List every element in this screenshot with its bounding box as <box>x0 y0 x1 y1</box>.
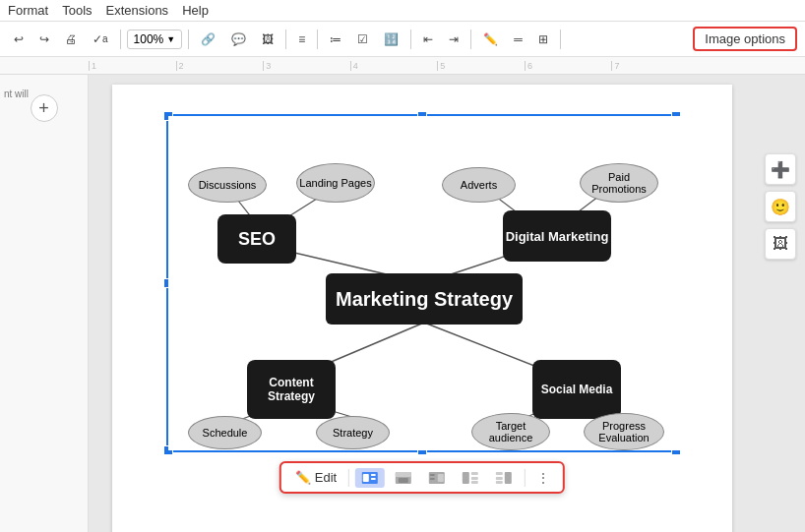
svg-rect-28 <box>496 472 503 475</box>
main-area: + nt will <box>0 75 805 532</box>
doc-page: Marketing Strategy SEO Digital Marketing… <box>112 85 732 532</box>
menu-tools[interactable]: Tools <box>62 3 92 18</box>
more-options-button[interactable]: ⋮ <box>531 468 555 488</box>
node-digital-marketing: Digital Marketing <box>503 210 611 262</box>
node-seo: SEO <box>217 214 296 264</box>
edit-label: Edit <box>315 470 337 485</box>
node-discussions: Discussions <box>188 167 267 203</box>
wrap-left-icon <box>462 471 479 485</box>
print-button[interactable]: 🖨 <box>59 30 83 49</box>
indent-inc-button[interactable]: ⇥ <box>443 30 464 49</box>
sep4 <box>317 30 318 49</box>
edit-button[interactable]: ✏️ Edit <box>289 467 342 488</box>
check-list-button[interactable]: ☑ <box>351 30 374 49</box>
svg-rect-13 <box>363 474 369 482</box>
toolbar: ↩ ↪ 🖨 ✓a 100% ▼ 🔗 💬 🖼 ≡ ≔ ☑ 🔢 ⇤ ⇥ ✏️ ═ ⊞… <box>0 22 805 57</box>
spellcheck-button[interactable]: ✓a <box>87 30 114 49</box>
add-page-button[interactable]: + <box>31 94 58 122</box>
sep6 <box>470 30 471 49</box>
link-button[interactable]: 🔗 <box>195 30 221 49</box>
sep5 <box>410 30 411 49</box>
draw-button[interactable]: ✏️ <box>477 30 504 49</box>
float-face-button[interactable]: 🙂 <box>765 191 796 222</box>
zoom-chevron: ▼ <box>166 34 175 44</box>
node-paid-promotions: Paid Promotions <box>580 163 658 203</box>
image-button[interactable]: 🖼 <box>256 30 279 49</box>
layout-wrap-left-button[interactable] <box>456 468 485 488</box>
node-content-strategy: Content Strategy <box>247 360 336 419</box>
wrap-right-icon <box>495 471 513 485</box>
edit-pencil-icon: ✏️ <box>295 470 311 485</box>
svg-rect-22 <box>430 478 435 480</box>
align-button[interactable]: ≡ <box>292 30 311 49</box>
node-schedule: Schedule <box>188 416 262 449</box>
layout-inline-center-button[interactable] <box>389 468 418 488</box>
indent-dec-button[interactable]: ⇤ <box>417 30 439 49</box>
node-progress-evaluation: Progress Evaluation <box>584 413 664 450</box>
svg-rect-26 <box>471 481 478 484</box>
svg-rect-17 <box>396 472 411 477</box>
node-strategy: Strategy <box>316 416 390 449</box>
inline-center-icon <box>395 471 412 485</box>
toolbar-sep2 <box>525 469 526 487</box>
svg-rect-21 <box>430 474 435 476</box>
node-marketing-strategy: Marketing Strategy <box>326 273 523 325</box>
doc-area: Marketing Strategy SEO Digital Marketing… <box>89 75 756 532</box>
inline-right-icon <box>428 471 446 485</box>
table-button[interactable]: ⊞ <box>532 30 554 49</box>
menu-extensions[interactable]: Extensions <box>106 3 169 18</box>
svg-rect-24 <box>471 472 478 475</box>
image-options-button[interactable]: Image options <box>693 27 797 51</box>
float-add-button[interactable]: ➕ <box>765 153 796 185</box>
node-social-media: Social Media <box>532 360 621 419</box>
num-list-button[interactable]: 🔢 <box>378 30 404 49</box>
layout-inline-right-button[interactable] <box>422 468 452 488</box>
sep7 <box>560 30 561 49</box>
svg-rect-15 <box>371 478 376 480</box>
menu-bar: Format Tools Extensions Help <box>0 0 805 22</box>
menu-help[interactable]: Help <box>182 3 209 18</box>
sep1 <box>120 30 121 49</box>
sep2 <box>188 30 189 49</box>
layout-wrap-right-button[interactable] <box>489 468 519 488</box>
bullet-list-button[interactable]: ≔ <box>324 30 347 49</box>
right-panel: ➕ 🙂 🖼 <box>756 75 805 532</box>
ruler: 1 2 3 4 5 6 7 <box>0 57 805 75</box>
inline-toolbar: ✏️ Edit <box>279 461 565 494</box>
layout-inline-left-button[interactable] <box>355 468 385 488</box>
svg-rect-29 <box>496 477 503 480</box>
node-target-audience: Target audience <box>471 413 550 450</box>
zoom-select[interactable]: 100% ▼ <box>127 30 183 49</box>
redo-button[interactable]: ↪ <box>33 30 55 49</box>
toolbar-sep <box>348 469 349 487</box>
undo-button[interactable]: ↩ <box>8 30 30 49</box>
svg-rect-23 <box>463 472 469 484</box>
svg-rect-20 <box>438 474 444 482</box>
sep3 <box>285 30 286 49</box>
node-adverts: Adverts <box>442 167 516 203</box>
line-button[interactable]: ═ <box>508 30 528 49</box>
svg-rect-30 <box>496 481 503 484</box>
truncated-text: nt will <box>4 89 29 99</box>
inline-left-icon <box>361 471 379 485</box>
svg-rect-18 <box>399 478 408 483</box>
svg-rect-27 <box>505 472 512 484</box>
svg-rect-14 <box>371 474 376 476</box>
svg-rect-25 <box>471 477 478 480</box>
menu-format[interactable]: Format <box>8 3 48 18</box>
left-sidebar: + nt will <box>0 75 89 532</box>
selected-image-container[interactable]: Marketing Strategy SEO Digital Marketing… <box>166 114 678 452</box>
zoom-value: 100% <box>134 32 164 46</box>
float-image-button[interactable]: 🖼 <box>765 228 796 260</box>
comment-button[interactable]: 💬 <box>225 30 252 49</box>
node-landing-pages: Landing Pages <box>296 163 375 203</box>
diagram: Marketing Strategy SEO Digital Marketing… <box>168 116 680 450</box>
